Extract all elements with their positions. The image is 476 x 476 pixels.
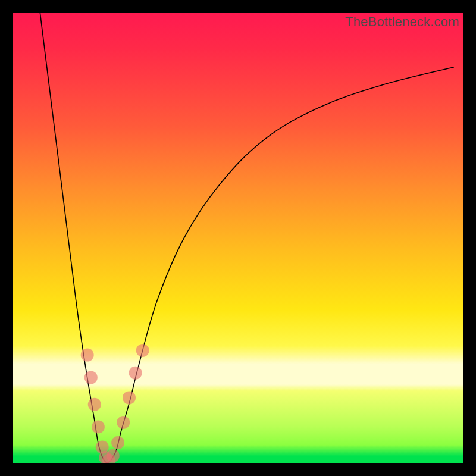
bead-marker xyxy=(81,349,94,362)
plot-area: TheBottleneck.com xyxy=(13,13,463,463)
chart-frame: TheBottleneck.com xyxy=(0,0,476,476)
bead-marker xyxy=(129,367,142,380)
bead-marker xyxy=(88,398,101,411)
bead-marker xyxy=(107,449,120,462)
bead-marker xyxy=(136,344,149,357)
bottleneck-curve xyxy=(40,13,454,463)
bead-marker xyxy=(123,391,136,404)
bead-marker xyxy=(111,436,124,449)
bead-marker xyxy=(84,371,98,384)
chart-overlay xyxy=(13,13,463,463)
bead-marker xyxy=(117,416,130,429)
bead-marker xyxy=(92,421,105,434)
bead-cluster xyxy=(81,344,149,463)
